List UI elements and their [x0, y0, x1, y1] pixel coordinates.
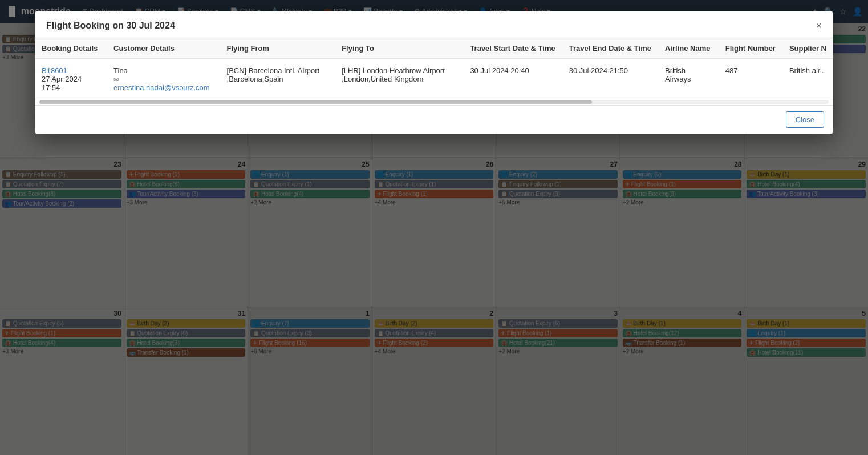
- modal-backdrop: Flight Booking on 30 Jul 2024 × Booking …: [0, 0, 868, 455]
- col-supplier: Supplier N: [782, 38, 833, 59]
- customer-details-cell: Tina ✉ ernestina.nadal@vsourz.com: [107, 59, 220, 99]
- col-flying-from: Flying From: [220, 38, 335, 59]
- booking-table: Booking Details Customer Details Flying …: [35, 38, 833, 99]
- email-icon: ✉: [113, 76, 119, 83]
- modal-header: Flight Booking on 30 Jul 2024 ×: [35, 11, 833, 38]
- travel-end-cell: 30 Jul 2024 21:50: [562, 59, 658, 99]
- flight-booking-modal: Flight Booking on 30 Jul 2024 × Booking …: [35, 11, 833, 134]
- customer-name: Tina: [113, 66, 128, 75]
- modal-close-button[interactable]: ×: [816, 21, 822, 31]
- col-booking-details: Booking Details: [35, 38, 107, 59]
- col-travel-end: Travel End Date & Time: [562, 38, 658, 59]
- flight-number-cell: 487: [719, 59, 782, 99]
- flying-from-cell: [BCN] Barcelona Intl. Airport ,Barcelona…: [220, 59, 335, 99]
- modal-footer: Close: [35, 105, 833, 134]
- booking-date: 27 Apr 2024 17:54: [42, 75, 82, 92]
- booking-details-cell: B18601 27 Apr 2024 17:54: [35, 59, 107, 99]
- col-customer-details: Customer Details: [107, 38, 220, 59]
- scrollbar-thumb: [39, 100, 592, 104]
- airline-cell: British Airways: [658, 59, 719, 99]
- travel-start-cell: 30 Jul 2024 20:40: [463, 59, 562, 99]
- booking-id-link[interactable]: B18601: [42, 66, 67, 75]
- modal-title: Flight Booking on 30 Jul 2024: [46, 21, 175, 31]
- close-button[interactable]: Close: [786, 111, 824, 128]
- supplier-cell: British air...: [782, 59, 833, 99]
- modal-body[interactable]: Booking Details Customer Details Flying …: [35, 38, 833, 105]
- col-flight-number: Flight Number: [719, 38, 782, 59]
- table-row: B18601 27 Apr 2024 17:54 Tina ✉ ernestin…: [35, 59, 833, 99]
- scroll-track[interactable]: [35, 99, 833, 105]
- col-flying-to: Flying To: [335, 38, 463, 59]
- scrollbar-track: [39, 100, 829, 104]
- customer-email-link[interactable]: ernestina.nadal@vsourz.com: [113, 83, 210, 92]
- col-airline: Airline Name: [658, 38, 719, 59]
- flying-to-cell: [LHR] London Heathrow Airport ,London,Un…: [335, 59, 463, 99]
- col-travel-start: Travel Start Date & Time: [463, 38, 562, 59]
